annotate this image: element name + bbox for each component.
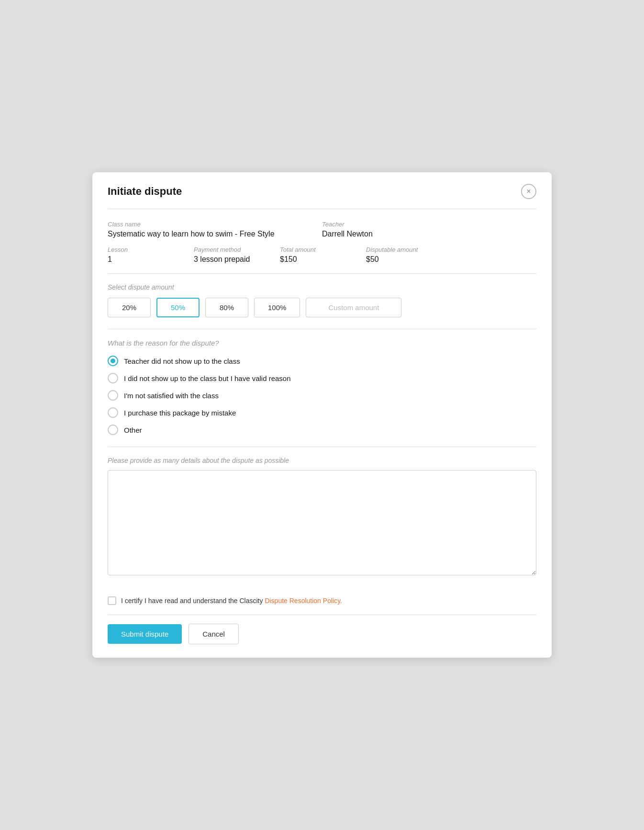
close-button[interactable]: × (521, 184, 536, 199)
reason-label-5: Other (124, 426, 142, 434)
class-info-section: Class name Systematic way to learn how t… (92, 209, 552, 273)
lesson-value: 1 (108, 255, 175, 264)
reason-option-2[interactable]: I did not show up to the class but I hav… (108, 373, 536, 383)
modal-header: Initiate dispute × (92, 172, 552, 209)
radio-circle-5 (108, 425, 118, 435)
disputable-amount-col: Disputable amount $50 (366, 246, 433, 264)
teacher-value: Darrell Newton (322, 230, 536, 238)
footer-section: Submit dispute Cancel (92, 615, 552, 658)
certify-checkbox[interactable] (108, 596, 116, 605)
disputable-amount-value: $50 (366, 255, 433, 264)
dispute-resolution-policy-link[interactable]: Dispute Resolution Policy. (265, 597, 342, 605)
amount-btn-80[interactable]: 80% (205, 298, 248, 317)
class-teacher-row: Class name Systematic way to learn how t… (108, 221, 536, 238)
total-amount-value: $150 (280, 255, 347, 264)
teacher-label: Teacher (322, 221, 536, 228)
disputable-amount-label: Disputable amount (366, 246, 433, 253)
radio-circle-4 (108, 407, 118, 418)
dispute-reason-section: What is the reason for the dispute? Teac… (92, 329, 552, 447)
details-textarea[interactable] (108, 470, 536, 575)
reason-option-3[interactable]: I'm not satisfied with the class (108, 390, 536, 401)
lesson-col: Lesson 1 (108, 246, 175, 264)
amount-btn-custom[interactable]: Custom amount (306, 298, 401, 317)
details-section: Please provide as many details about the… (92, 447, 552, 589)
radio-circle-3 (108, 390, 118, 401)
reason-option-4[interactable]: I purchase this package by mistake (108, 407, 536, 418)
reason-label-2: I did not show up to the class but I hav… (124, 374, 291, 382)
amount-buttons-group: 20% 50% 80% 100% Custom amount (108, 298, 536, 317)
total-amount-col: Total amount $150 (280, 246, 347, 264)
dispute-amount-label: Select dispute amount (108, 283, 536, 291)
initiate-dispute-modal: Initiate dispute × Class name Systematic… (92, 172, 552, 658)
radio-circle-1 (108, 356, 118, 366)
class-name-col: Class name Systematic way to learn how t… (108, 221, 322, 238)
amount-btn-100[interactable]: 100% (254, 298, 300, 317)
payment-method-label: Payment method (194, 246, 261, 253)
total-amount-label: Total amount (280, 246, 347, 253)
payment-method-col: Payment method 3 lesson prepaid (194, 246, 261, 264)
reason-radio-group: Teacher did not show up to the class I d… (108, 356, 536, 435)
radio-circle-2 (108, 373, 118, 383)
close-icon: × (526, 188, 531, 195)
cancel-button[interactable]: Cancel (189, 624, 239, 644)
amount-btn-20[interactable]: 20% (108, 298, 151, 317)
certify-text-before: I certify I have read and understand the… (121, 597, 265, 605)
reason-option-5[interactable]: Other (108, 425, 536, 435)
reason-label-4: I purchase this package by mistake (124, 409, 236, 417)
class-name-value: Systematic way to learn how to swim - Fr… (108, 230, 322, 238)
reason-option-1[interactable]: Teacher did not show up to the class (108, 356, 536, 366)
teacher-col: Teacher Darrell Newton (322, 221, 536, 238)
lesson-details-row: Lesson 1 Payment method 3 lesson prepaid… (108, 246, 536, 264)
lesson-label: Lesson (108, 246, 175, 253)
class-name-label: Class name (108, 221, 322, 228)
payment-method-value: 3 lesson prepaid (194, 255, 261, 264)
submit-dispute-button[interactable]: Submit dispute (108, 624, 182, 644)
certify-section: I certify I have read and understand the… (92, 589, 552, 615)
amount-btn-50[interactable]: 50% (156, 298, 200, 317)
reason-section-label: What is the reason for the dispute? (108, 339, 536, 347)
dispute-amount-section: Select dispute amount 20% 50% 80% 100% C… (92, 274, 552, 329)
certify-text: I certify I have read and understand the… (121, 597, 342, 605)
modal-title: Initiate dispute (108, 185, 182, 198)
details-label: Please provide as many details about the… (108, 457, 536, 464)
reason-label-1: Teacher did not show up to the class (124, 357, 240, 365)
reason-label-3: I'm not satisfied with the class (124, 392, 219, 400)
